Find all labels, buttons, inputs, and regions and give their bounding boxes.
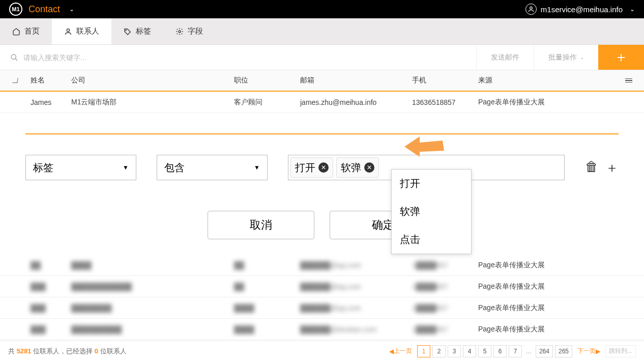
- toolbar: 发送邮件 批量操作 ⌄: [0, 45, 644, 70]
- table-row[interactable]: █████████████████████@qq.com1████857Page…: [0, 297, 644, 319]
- table-row[interactable]: ██████████████@qq.com1████857Page表单传播业大展: [0, 255, 644, 276]
- tab-contacts[interactable]: 联系人: [52, 18, 111, 44]
- top-bar: M1 Contact ⌄ m1service@meihua.info ⌄: [0, 0, 644, 18]
- next-page-button[interactable]: 下一页▶: [574, 345, 603, 357]
- footer: 共 5281 位联系人，已经选择 0 位联系人 ◀上一页 1 2 3 4 5 6…: [0, 341, 644, 361]
- table-header: 姓名 公司 职位 邮箱 手机 来源: [0, 70, 644, 92]
- svg-point-4: [11, 54, 16, 59]
- select-all[interactable]: [0, 78, 31, 83]
- app-name[interactable]: Contact: [28, 4, 60, 15]
- tab-label: 标签: [136, 26, 151, 36]
- cell-position: 客户顾问: [234, 98, 300, 107]
- filter-operator-dropdown[interactable]: 包含 ▼: [157, 155, 268, 180]
- prev-page-button[interactable]: ◀上一页: [386, 345, 415, 357]
- table-row[interactable]: James M1云端市场部 客户顾问 james.zhu@meihua.info…: [0, 92, 644, 113]
- chevron-down-icon: ⌄: [630, 6, 635, 13]
- total-count: 5281: [17, 347, 32, 355]
- cell-source: Page表单传播业大展: [478, 282, 613, 291]
- filter-buttons: 取消 确定: [25, 211, 619, 239]
- annotation-arrow-icon: [404, 131, 445, 162]
- cell-source: Page表单传播业大展: [478, 261, 613, 270]
- dropdown-option[interactable]: 打开: [392, 170, 471, 198]
- cell-phone: 13636518857: [412, 98, 478, 106]
- svg-marker-8: [404, 136, 444, 157]
- remove-chip-icon[interactable]: ✕: [318, 162, 329, 173]
- user-email: m1service@meihua.info: [541, 5, 623, 14]
- col-email[interactable]: 邮箱: [300, 76, 412, 85]
- page-ellipsis: ...: [524, 347, 534, 355]
- add-filter-icon[interactable]: ＋: [605, 159, 619, 177]
- cell-name: James: [31, 98, 71, 106]
- cell-source: Page表单传播业大展: [478, 325, 613, 334]
- col-name[interactable]: 姓名: [31, 76, 71, 85]
- tab-fields[interactable]: 字段: [163, 18, 215, 44]
- page-number[interactable]: 3: [448, 345, 461, 357]
- button-label: 发送邮件: [491, 53, 519, 62]
- tab-home[interactable]: 首页: [0, 18, 52, 44]
- page-number[interactable]: 5: [478, 345, 491, 357]
- tag-icon: [124, 27, 132, 36]
- filter-panel: 标签 ▼ 包含 ▼ 打开 ✕ 软弹 ✕ 🗑 ＋ 取消 确定: [25, 123, 619, 255]
- filter-actions: 🗑 ＋: [585, 159, 619, 177]
- remove-chip-icon[interactable]: ✕: [364, 162, 374, 173]
- chevron-down-icon: ⌄: [580, 54, 584, 60]
- cell-company: M1云端市场部: [71, 98, 234, 107]
- page-number[interactable]: 7: [509, 345, 522, 357]
- dropdown-value: 包含: [164, 161, 185, 175]
- tab-label: 字段: [188, 26, 203, 36]
- cell-email: james.zhu@meihua.info: [300, 98, 412, 106]
- tab-tags[interactable]: 标签: [111, 18, 163, 44]
- chevron-down-icon[interactable]: ⌄: [69, 6, 74, 13]
- send-mail-button[interactable]: 发送邮件: [476, 45, 534, 70]
- filter-field-dropdown[interactable]: 标签 ▼: [25, 155, 136, 180]
- table-row[interactable]: ███████████████████████@qq.com1████857Pa…: [0, 276, 644, 297]
- filter-tag-chip: 打开 ✕: [290, 157, 333, 178]
- col-source[interactable]: 来源: [478, 76, 613, 85]
- dropdown-value: 标签: [33, 161, 53, 175]
- user-icon: [525, 4, 537, 15]
- pagination: ◀上一页 1 2 3 4 5 6 7 ... 264 265 下一页▶ 跳转到.…: [386, 345, 636, 357]
- chip-label: 软弹: [341, 161, 361, 175]
- chip-label: 打开: [295, 161, 315, 175]
- columns-settings-icon[interactable]: [613, 78, 644, 83]
- filter-row: 标签 ▼ 包含 ▼ 打开 ✕ 软弹 ✕ 🗑 ＋: [25, 155, 619, 180]
- button-label: 批量操作: [548, 53, 577, 62]
- topbar-left: M1 Contact ⌄: [9, 3, 74, 16]
- page-number[interactable]: 2: [432, 345, 446, 357]
- add-contact-button[interactable]: [598, 45, 644, 70]
- jump-to-page[interactable]: 跳转到...: [605, 345, 636, 357]
- search-input[interactable]: [23, 53, 466, 62]
- chevron-down-icon: ▼: [123, 164, 129, 171]
- cell-source: Page表单传播业大展: [478, 98, 613, 107]
- footer-summary: 共 5281 位联系人，已经选择 0 位联系人: [8, 347, 127, 356]
- filter-tag-chip: 软弹 ✕: [336, 157, 379, 178]
- svg-point-1: [67, 29, 69, 31]
- blurred-rows: ██████████████@qq.com1████857Page表单传播业大展…: [0, 255, 644, 340]
- page-number[interactable]: 4: [463, 345, 476, 357]
- page-number[interactable]: 264: [536, 345, 553, 357]
- page-number[interactable]: 265: [555, 345, 572, 357]
- batch-ops-button[interactable]: 批量操作 ⌄: [534, 45, 598, 70]
- gear-icon: [175, 27, 184, 36]
- nav-tabs: 首页 联系人 标签 字段: [0, 18, 644, 45]
- dropdown-option[interactable]: 点击: [392, 226, 471, 254]
- col-position[interactable]: 职位: [234, 76, 300, 85]
- user-menu[interactable]: m1service@meihua.info ⌄: [525, 4, 635, 15]
- col-phone[interactable]: 手机: [412, 76, 478, 85]
- delete-filter-icon[interactable]: 🗑: [585, 159, 598, 177]
- home-icon: [12, 27, 20, 36]
- tag-suggestions-dropdown: 打开 软弹 点击: [391, 169, 472, 254]
- page-number[interactable]: 1: [417, 345, 430, 357]
- divider: [25, 133, 619, 134]
- dropdown-option[interactable]: 软弹: [392, 198, 471, 226]
- svg-point-2: [126, 30, 126, 30]
- app-logo: M1: [9, 3, 22, 16]
- svg-point-3: [179, 31, 181, 33]
- search-icon: [10, 53, 18, 62]
- plus-icon: [616, 52, 627, 63]
- page-number[interactable]: 6: [493, 345, 507, 357]
- person-icon: [64, 27, 72, 36]
- cancel-button[interactable]: 取消: [208, 211, 314, 239]
- col-company[interactable]: 公司: [71, 76, 234, 85]
- table-row[interactable]: ███████████████████████@douban.com1████8…: [0, 319, 644, 340]
